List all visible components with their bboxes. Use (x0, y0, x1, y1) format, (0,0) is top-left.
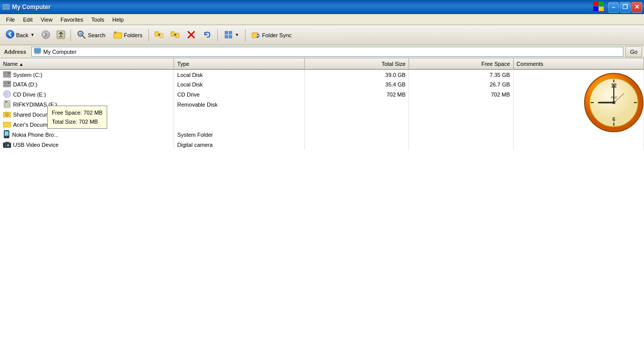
title-bar-icon (2, 3, 10, 11)
svg-rect-19 (155, 32, 158, 36)
restore-button[interactable]: ❐ (620, 2, 630, 13)
table-row[interactable]: USB Video Device Digital camera (0, 140, 644, 150)
svg-rect-43 (4, 82, 8, 83)
column-total-size[interactable]: Total Size (304, 58, 409, 69)
cell-name: RIFKYDIMAS (F:) (0, 100, 174, 110)
cell-name: Nokia Phone Bro... (0, 130, 174, 140)
cell-type (174, 110, 304, 120)
svg-rect-38 (4, 72, 8, 73)
svg-rect-11 (59, 36, 63, 37)
search-button[interactable]: Search (73, 28, 109, 43)
menu-favorites[interactable]: Favorites (56, 16, 87, 24)
cell-total-size (304, 110, 409, 120)
cell-name: DATA (D:) (0, 79, 174, 89)
separator-2 (148, 29, 149, 41)
file-name: CD Drive (E:) (13, 92, 46, 98)
menu-view[interactable]: View (37, 16, 57, 24)
separator-4 (245, 29, 246, 41)
views-button[interactable]: ▼ (220, 28, 243, 43)
cell-free-space (409, 100, 513, 110)
table-row[interactable]: Shared Docume... (0, 110, 644, 120)
toolbar: Back ▼ (0, 25, 644, 45)
file-name: USB Video Device (13, 142, 58, 148)
move-button[interactable] (151, 28, 167, 43)
svg-rect-3 (3, 10, 10, 10)
delete-icon (187, 30, 196, 40)
clock-face: 12 6 AM (584, 72, 644, 133)
svg-rect-33 (34, 53, 41, 54)
cell-total-size: 39.0 GB (304, 69, 409, 79)
svg-point-60 (7, 144, 9, 146)
menu-edit[interactable]: Edit (19, 16, 37, 24)
table-row[interactable]: Acer's Docume... (0, 120, 644, 130)
cell-total-size: 702 MB (304, 89, 409, 100)
back-button[interactable]: Back ▼ (2, 28, 38, 43)
row-icon-label: USB Video Device (3, 141, 58, 149)
cell-name: CD Drive (E:) (0, 89, 174, 100)
cell-total-size (304, 140, 409, 150)
file-list: Name Type Total Size Free Space Comments… (0, 58, 644, 362)
views-icon (224, 30, 233, 40)
svg-rect-5 (599, 2, 604, 6)
cell-name: USB Video Device (0, 140, 174, 150)
menu-help[interactable]: Help (108, 16, 128, 24)
table-row[interactable]: DATA (D:) Local Disk 35.4 GB 26.7 GB (0, 79, 644, 89)
clock-widget: 12 6 AM (584, 72, 644, 133)
column-name[interactable]: Name (0, 58, 174, 69)
cell-type: System Folder (174, 130, 304, 140)
undo-button[interactable] (200, 28, 215, 43)
file-icon (3, 90, 11, 99)
separator-1 (70, 29, 71, 41)
back-icon (6, 30, 15, 41)
column-comments[interactable]: Comments (513, 58, 643, 69)
menu-bar: File Edit View Favorites Tools Help (0, 14, 644, 25)
folders-button[interactable]: Folders (110, 28, 146, 43)
svg-rect-36 (4, 75, 11, 77)
delete-button[interactable] (184, 28, 199, 43)
back-dropdown-arrow[interactable]: ▼ (30, 33, 34, 37)
undo-icon (203, 30, 212, 40)
svg-point-56 (6, 136, 7, 137)
copy-button[interactable] (168, 28, 183, 43)
row-icon-label: CD Drive (E:) (3, 90, 46, 99)
cell-free-space (409, 130, 513, 140)
address-field[interactable]: My Computer (31, 47, 623, 57)
close-button[interactable]: ✕ (631, 2, 642, 13)
table-row[interactable]: System (C:) Local Disk 39.0 GB 7.35 GB (0, 69, 644, 79)
menu-file[interactable]: File (2, 16, 19, 24)
row-icon-label: DATA (D:) (3, 80, 37, 88)
up-icon (56, 30, 65, 40)
svg-rect-49 (5, 101, 8, 103)
go-button[interactable]: Go (625, 46, 642, 57)
up-button[interactable] (54, 28, 68, 43)
menu-tools[interactable]: Tools (88, 16, 109, 24)
row-icon-label: System (C:) (3, 71, 42, 79)
table-row[interactable]: CD Drive (E:) CD Drive 702 MB 702 MB (0, 89, 644, 100)
back-label: Back (16, 32, 28, 38)
table-row[interactable]: Nokia Phone Bro... System Folder (0, 130, 644, 140)
table-row[interactable]: RIFKYDIMAS (F:) Removable Disk (0, 100, 644, 110)
svg-rect-2 (4, 9, 9, 10)
svg-point-42 (9, 82, 10, 84)
column-free-space[interactable]: Free Space (409, 58, 513, 69)
title-bar: My Computer – ❐ ✕ (0, 0, 644, 14)
svg-rect-6 (593, 7, 598, 11)
cell-type: CD Drive (174, 89, 304, 100)
file-name: System (C:) (13, 72, 42, 78)
main-content: Name Type Total Size Free Space Comments… (0, 58, 644, 362)
views-dropdown-arrow[interactable]: ▼ (235, 33, 239, 37)
windows-flag (593, 2, 604, 13)
forward-button[interactable] (39, 28, 53, 43)
separator-3 (217, 29, 218, 41)
copy-icon (171, 30, 180, 40)
minimize-button[interactable]: – (608, 2, 619, 13)
address-value: My Computer (43, 49, 76, 55)
column-type[interactable]: Type (174, 58, 304, 69)
file-icon (3, 80, 11, 88)
cell-total-size: 35.4 GB (304, 79, 409, 89)
cell-type: Removable Disk (174, 100, 304, 110)
cell-type: Digital camera (174, 140, 304, 150)
folder-sync-button[interactable]: Folder Sync (248, 28, 295, 43)
cell-total-size (304, 130, 409, 140)
row-icon-label: Acer's Docume... (3, 121, 55, 129)
